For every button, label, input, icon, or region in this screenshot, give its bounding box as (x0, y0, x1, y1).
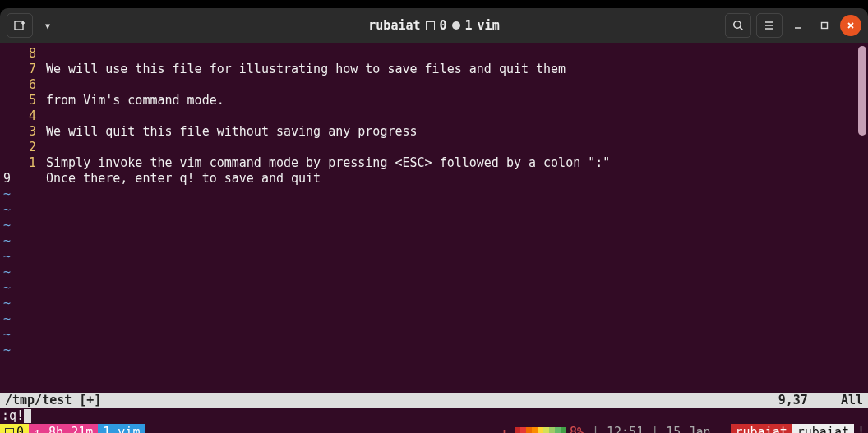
status-date: 15 Jan (666, 424, 710, 433)
battery-pct: 8% (570, 424, 584, 433)
editor-line[interactable]: We will quit this file without saving an… (46, 124, 868, 140)
empty-line-tilde: ~ (0, 296, 36, 311)
new-tab-icon (13, 19, 26, 32)
editor-line[interactable] (46, 46, 868, 62)
line-number: 8 (0, 46, 36, 62)
title-dot-icon (452, 21, 460, 30)
cmdline-text: :q! (2, 408, 24, 423)
status-tail: ! (854, 424, 868, 433)
host-label: rubaiat (797, 424, 849, 433)
editor-empty-line (46, 343, 868, 358)
vim-cmdline[interactable]: :q! (0, 408, 868, 424)
editor-empty-line (46, 265, 868, 280)
window-label: 1 vim (103, 424, 140, 433)
session-id: 0 (16, 424, 24, 433)
title-user: rubaiat (368, 18, 420, 33)
vim-editor[interactable]: 876543219~~~~~~~~~~~ We will use this fi… (0, 43, 868, 393)
empty-line-tilde: ~ (0, 249, 36, 265)
editor-line[interactable]: Simply invoke the vim command mode by pr… (46, 155, 868, 171)
line-number: 9 (0, 171, 36, 187)
editor-empty-line (46, 327, 868, 343)
editor-line[interactable]: Once there, enter q! to save and quit (46, 171, 868, 187)
empty-line-tilde: ~ (0, 343, 36, 358)
editor-empty-line (46, 218, 868, 233)
status-host: rubaiat (792, 424, 854, 433)
editor-content[interactable]: We will use this file for illustrating h… (46, 46, 868, 393)
minimize-icon (793, 21, 803, 30)
scrollbar[interactable] (858, 46, 866, 389)
empty-line-tilde: ~ (0, 311, 36, 327)
status-window[interactable]: 1 vim (98, 424, 145, 433)
editor-empty-line (46, 280, 868, 296)
editor-empty-line (46, 187, 868, 202)
line-number: 3 (0, 124, 36, 140)
status-user: rubaiat (731, 424, 792, 433)
session-box-icon (5, 428, 14, 433)
status-uptime: ↑ 8h 21m (29, 424, 98, 433)
terminal-body[interactable]: 876543219~~~~~~~~~~~ We will use this fi… (0, 43, 868, 433)
editor-empty-line (46, 249, 868, 265)
empty-line-tilde: ~ (0, 280, 36, 296)
terminal-window: ▼ rubaiat 0 1 vim (0, 8, 868, 433)
line-number: 7 (0, 62, 36, 77)
scroll-thumb[interactable] (858, 46, 866, 136)
line-number-gutter: 876543219~~~~~~~~~~~ (0, 46, 46, 393)
close-icon (846, 21, 856, 30)
menu-button[interactable] (756, 13, 783, 38)
minimize-button[interactable] (787, 15, 809, 36)
maximize-icon (820, 21, 829, 30)
editor-line[interactable]: from Vim's command mode. (46, 93, 868, 108)
vim-statusline: /tmp/test [+] 9,37 All (0, 393, 868, 408)
user-label: rubaiat (736, 424, 787, 433)
status-session[interactable]: 0 (0, 424, 29, 433)
search-button[interactable] (725, 13, 751, 38)
uptime-value: 8h 21m (48, 424, 93, 433)
battery-bar-icon (515, 427, 566, 434)
tab-menu-button[interactable]: ▼ (36, 13, 61, 38)
title-idx: 0 (440, 18, 447, 33)
up-arrow-icon: ↑ (34, 424, 48, 433)
statusline-percent: All (841, 393, 863, 408)
editor-line[interactable] (46, 108, 868, 124)
empty-line-tilde: ~ (0, 218, 36, 233)
title-box-icon (426, 21, 435, 30)
titlebar-right (725, 13, 861, 38)
empty-line-tilde: ~ (0, 187, 36, 202)
editor-line[interactable] (46, 140, 868, 155)
empty-line-tilde: ~ (0, 202, 36, 218)
svg-rect-9 (822, 23, 828, 29)
search-icon (732, 19, 745, 32)
titlebar-left: ▼ (7, 13, 61, 38)
empty-line-tilde: ~ (0, 233, 36, 249)
editor-empty-line (46, 202, 868, 218)
editor-empty-line (46, 311, 868, 327)
title-win: 1 (465, 18, 473, 33)
cmd-cursor (24, 409, 31, 423)
hamburger-icon (763, 19, 776, 32)
statusline-file: /tmp/test [+] (5, 393, 101, 408)
down-arrow-icon: ↓ (501, 424, 511, 433)
editor-empty-line (46, 233, 868, 249)
titlebar: ▼ rubaiat 0 1 vim (0, 8, 868, 43)
status-bar: 0 ↑ 8h 21m 1 vim ↓ 8% | 12:51 | 15 Jan (0, 424, 868, 433)
title-app: vim (478, 18, 500, 33)
editor-line[interactable]: We will use this file for illustrating h… (46, 62, 868, 77)
close-button[interactable] (840, 15, 861, 36)
line-number: 6 (0, 77, 36, 93)
editor-line[interactable] (46, 77, 868, 93)
status-battery: ↓ 8% | 12:51 | 15 Jan (496, 424, 731, 433)
new-tab-button[interactable] (7, 13, 33, 38)
svg-line-4 (740, 27, 742, 30)
empty-line-tilde: ~ (0, 265, 36, 280)
empty-line-tilde: ~ (0, 327, 36, 343)
line-number: 4 (0, 108, 36, 124)
status-spacer (145, 424, 495, 433)
line-number: 5 (0, 93, 36, 108)
line-number: 1 (0, 155, 36, 171)
maximize-button[interactable] (814, 15, 835, 36)
chevron-down-icon: ▼ (45, 21, 50, 30)
status-time: 12:51 (607, 424, 644, 433)
statusline-position: 9,37 (778, 393, 808, 408)
line-number: 2 (0, 140, 36, 155)
svg-point-3 (734, 21, 741, 28)
